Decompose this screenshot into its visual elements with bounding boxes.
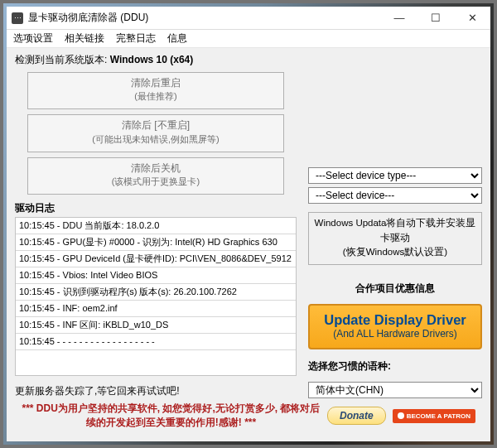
- windows-update-button[interactable]: Windows Updata将自动下载并安装显卡驱动 (恢复Windows默认设…: [308, 212, 482, 265]
- clean-restart-button[interactable]: 清除后重启 (最佳推荐): [27, 72, 284, 109]
- close-button[interactable]: ✕: [454, 7, 490, 30]
- footer: *** DDU为用户坚持的共享软件, 如您觉得好,无论打赏多少, 都将对后续的开…: [15, 398, 482, 435]
- log-section-label: 驱动日志: [15, 201, 297, 215]
- patreon-button[interactable]: BECOME A PATRON: [393, 409, 475, 423]
- clean-shutdown-button[interactable]: 清除后关机 (该模式用于更换显卡): [27, 157, 284, 195]
- update-display-driver-button[interactable]: Update Display Driver (And ALL Hardware …: [308, 304, 482, 349]
- device-type-select[interactable]: ---Select device type---: [308, 167, 482, 184]
- device-select[interactable]: ---Select device---: [308, 187, 482, 204]
- log-row: 10:15:45 - - - - - - - - - - - - - - - -…: [16, 334, 296, 350]
- menu-info[interactable]: 信息: [167, 31, 187, 46]
- language-label: 选择您习惯的语种:: [308, 359, 482, 373]
- status-line: 更新服务器失踪了,等它回来再试试吧!: [15, 384, 297, 398]
- menu-links[interactable]: 相关链接: [65, 31, 104, 46]
- log-list[interactable]: 10:15:45 - DDU 当前版本: 18.0.2.0 10:15:45 -…: [15, 217, 297, 376]
- minimize-button[interactable]: —: [381, 7, 417, 30]
- log-row: 10:15:45 - GPU DeviceId (显卡硬件ID): PCI\VE…: [16, 251, 296, 267]
- titlebar: ⋯ 显卡驱动彻底清除器 (DDU) — ☐ ✕: [7, 7, 490, 30]
- os-detect-line: 检测到当前系统版本: Windows 10 (x64): [15, 53, 482, 67]
- donate-button[interactable]: Donate: [327, 407, 386, 425]
- footer-text: *** DDU为用户坚持的共享软件, 如您觉得好,无论打赏多少, 都将对后续的开…: [22, 402, 321, 430]
- menubar: 选项设置 相关链接 完整日志 信息: [7, 30, 490, 48]
- log-row: 10:15:45 - INF: oem2.inf: [16, 301, 296, 317]
- language-select[interactable]: 简体中文(CHN): [308, 382, 482, 398]
- log-row: 10:15:45 - 识别到驱动程序(s) 版本(s): 26.20.100.7…: [16, 284, 296, 301]
- log-row: 10:15:45 - DDU 当前版本: 18.0.2.0: [16, 218, 296, 234]
- promo-title: 合作项目优惠信息: [308, 282, 482, 296]
- maximize-button[interactable]: ☐: [417, 7, 454, 30]
- menu-fulllog[interactable]: 完整日志: [116, 31, 156, 46]
- app-icon: ⋯: [12, 12, 23, 24]
- log-row: 10:15:45 - INF 区间: iKBLD_w10_DS: [16, 317, 296, 334]
- log-row: 10:15:45 - Vbios: Intel Video BIOS: [16, 267, 296, 284]
- window-title: 显卡驱动彻底清除器 (DDU): [28, 11, 148, 25]
- menu-options[interactable]: 选项设置: [13, 31, 53, 46]
- log-row: 10:15:45 - GPU(显卡) #0000 - 识别为: Intel(R)…: [16, 234, 296, 251]
- clean-norestart-button[interactable]: 清除后 [不重启] (可能出现未知错误,例如黑屏等): [27, 114, 284, 152]
